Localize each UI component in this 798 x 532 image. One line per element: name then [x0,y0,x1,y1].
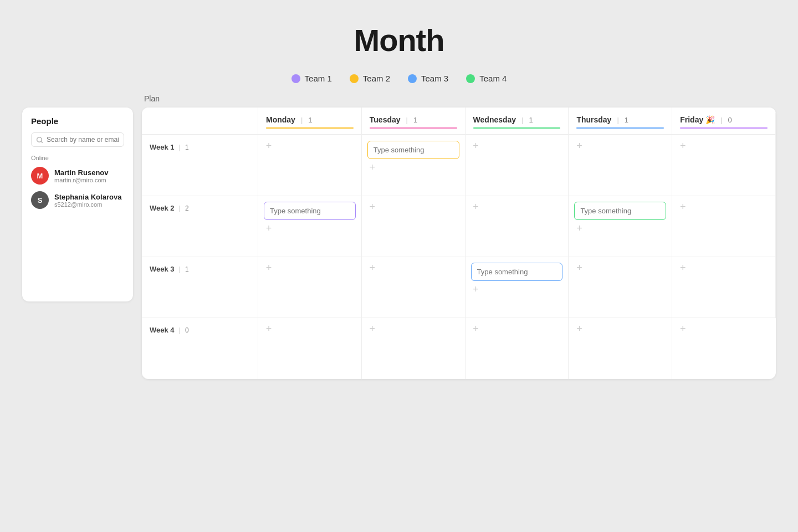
col-day-name: Monday [266,115,295,124]
week-label-0: Week 1 | 1 [142,135,258,196]
col-underline [370,127,457,129]
add-task-button[interactable]: + [471,284,481,294]
search-input[interactable] [47,136,119,144]
week-separator: | [179,265,181,273]
cell-w1-c3: + [569,196,672,257]
task-input[interactable] [574,202,666,220]
sidebar-title: People [31,116,124,126]
plan-label: Plan [144,94,160,103]
cell-w0-c4: + [672,135,776,196]
add-task-button[interactable]: + [574,141,584,151]
col-separator: | [720,116,722,124]
team-legend-item: Team 4 [466,74,507,83]
add-task-button[interactable]: + [264,141,274,151]
col-day-name: Tuesday [370,115,401,124]
add-task-button[interactable]: + [264,263,274,273]
avatar: M [31,167,49,185]
person-info: Stephania Kolarova s5212@miro.com [54,193,121,208]
cell-w0-c0: + [258,135,362,196]
col-underline [680,127,768,129]
add-task-button[interactable]: + [264,324,274,334]
col-count: 1 [625,116,628,124]
team-dot [408,74,417,83]
team-name: Team 1 [305,74,332,83]
team-name: Team 2 [363,74,390,83]
week-name: Week 2 [150,204,175,212]
col-header-friday: Friday 🎉 | 0 [672,108,776,135]
avatar: S [31,191,49,209]
team-name: Team 4 [479,74,507,83]
add-task-button[interactable]: + [367,324,377,334]
add-task-button[interactable]: + [574,324,584,334]
col-header-tuesday: Tuesday | 1 [362,108,466,135]
person-email: s5212@miro.com [54,201,121,208]
add-task-button[interactable]: + [678,141,688,151]
search-box[interactable] [31,132,124,147]
add-task-button[interactable]: + [574,263,584,273]
add-task-button[interactable]: + [471,141,481,151]
team-dot [350,74,359,83]
add-task-button[interactable]: + [678,263,688,273]
task-input[interactable] [471,263,563,281]
search-icon [36,136,43,144]
calendar-grid: Monday | 1 Tuesday | 1 Wednesday | 1 Thu… [142,108,776,379]
cell-w3-c4: + [672,318,776,379]
team-dot [291,74,300,83]
person-name: Stephania Kolarova [54,193,121,201]
col-count: 1 [413,116,417,124]
cell-w2-c0: + [258,257,362,318]
sidebar: People Online M Martin Rusenov martin.r@… [22,108,133,301]
people-list: M Martin Rusenov martin.r@miro.com S Ste… [31,167,124,209]
col-underline [576,127,664,129]
cell-w1-c4: + [672,196,776,257]
cell-w0-c3: + [569,135,672,196]
week-separator: | [179,326,181,334]
add-task-button[interactable]: + [678,202,688,212]
person-name: Martin Rusenov [54,168,109,177]
col-header-monday: Monday | 1 [258,108,362,135]
cell-w1-c0: + [258,196,362,257]
add-task-button[interactable]: + [367,263,377,273]
add-task-button[interactable]: + [574,223,584,233]
task-input[interactable] [264,202,356,220]
col-separator: | [617,116,618,124]
svg-line-1 [41,141,42,142]
team-legend-item: Team 2 [350,74,390,83]
add-task-button[interactable]: + [678,324,688,334]
person-item[interactable]: M Martin Rusenov martin.r@miro.com [31,167,124,185]
cell-w3-c3: + [569,318,672,379]
cell-w0-c1: + [362,135,466,196]
week-label-1: Week 2 | 2 [142,196,258,257]
add-task-button[interactable]: + [367,202,377,212]
col-count: 1 [308,116,312,124]
add-task-button[interactable]: + [471,324,481,334]
team-name: Team 3 [421,74,448,83]
cell-w1-c1: + [362,196,466,257]
col-count: 1 [529,116,533,124]
cell-w3-c0: + [258,318,362,379]
col-separator: | [521,116,523,124]
week-name: Week 1 [150,143,175,151]
add-task-button[interactable]: + [471,202,481,212]
cell-w2-c2: + [466,257,569,318]
col-header-thursday: Thursday | 1 [569,108,672,135]
col-header-wednesday: Wednesday | 1 [466,108,569,135]
task-input[interactable] [367,141,459,159]
add-task-button[interactable]: + [367,162,377,172]
person-item[interactable]: S Stephania Kolarova s5212@miro.com [31,191,124,209]
team-dot [466,74,475,83]
col-day-name: Wednesday [473,115,516,124]
person-info: Martin Rusenov martin.r@miro.com [54,168,109,183]
cell-w3-c2: + [466,318,569,379]
week-count: 2 [185,204,189,212]
col-day-name: Thursday [576,115,611,124]
cell-w0-c2: + [466,135,569,196]
online-label: Online [31,155,124,161]
cell-w2-c3: + [569,257,672,318]
week-separator: | [179,204,181,212]
page-title: Month [354,22,444,58]
cell-w3-c1: + [362,318,466,379]
col-separator: | [406,116,408,124]
person-email: martin.r@miro.com [54,177,109,183]
add-task-button[interactable]: + [264,223,274,233]
